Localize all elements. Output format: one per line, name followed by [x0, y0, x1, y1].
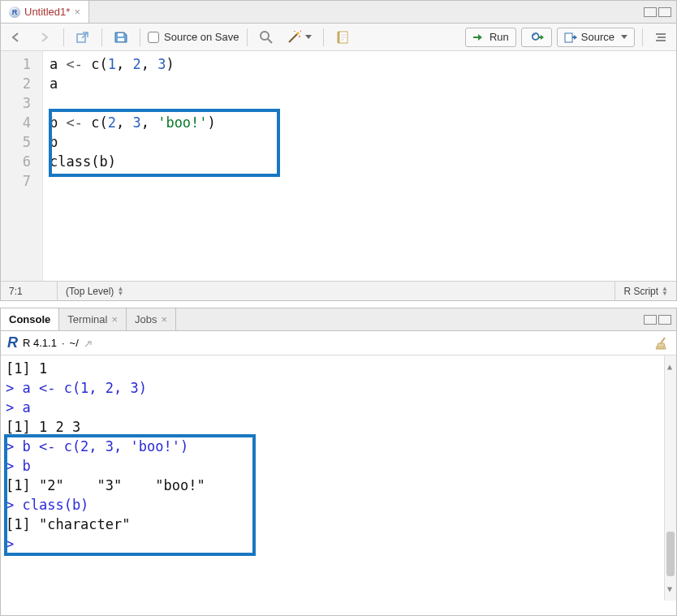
- working-dir: ~/: [70, 337, 79, 349]
- scroll-thumb[interactable]: [666, 532, 675, 576]
- rerun-icon: [528, 32, 545, 43]
- maximize-pane-button[interactable]: [658, 7, 671, 17]
- search-icon: [259, 30, 274, 45]
- code-content[interactable]: a <- c(1, 2, 3) a b <- c(2, 3, 'boo!') b…: [43, 51, 676, 281]
- compile-report-button[interactable]: [331, 28, 354, 47]
- window-controls: [644, 7, 676, 17]
- broom-icon: [655, 336, 670, 351]
- chevron-down-icon: [305, 35, 312, 39]
- svg-rect-6: [565, 33, 572, 42]
- scroll-down-icon[interactable]: ▼: [667, 579, 672, 599]
- save-button[interactable]: [110, 28, 132, 47]
- chevron-down-icon: [621, 35, 627, 39]
- svg-rect-2: [118, 33, 123, 37]
- rerun-button[interactable]: [521, 28, 552, 47]
- popout-icon[interactable]: [84, 338, 95, 348]
- find-button[interactable]: [255, 28, 278, 47]
- run-label: Run: [489, 31, 509, 43]
- r-file-icon: R: [9, 6, 20, 18]
- scrollbar[interactable]: ▲ ▼: [664, 355, 676, 601]
- editor-statusbar: 7:1 (Top Level) ▲▼ R Script ▲▼: [1, 281, 676, 300]
- svg-rect-1: [118, 38, 124, 41]
- run-icon: [472, 32, 485, 42]
- header-sep: ·: [62, 337, 65, 349]
- source-on-save-label: Source on Save: [164, 31, 239, 43]
- tab-console[interactable]: Console: [1, 308, 59, 330]
- nav-back-button[interactable]: [6, 28, 28, 47]
- show-in-new-window-button[interactable]: [71, 28, 94, 47]
- window-controls: [644, 315, 676, 325]
- scroll-up-icon[interactable]: ▲: [667, 357, 672, 377]
- source-label: Source: [581, 31, 614, 43]
- outline-button[interactable]: [650, 28, 671, 47]
- notebook-icon: [335, 30, 350, 45]
- outline-icon: [654, 32, 667, 43]
- editor-tabbar: R Untitled1* ×: [1, 1, 676, 24]
- tab-terminal[interactable]: Terminal ×: [59, 308, 127, 330]
- console-panel: Console Terminal × Jobs × R R 4.1.1 · ~/…: [0, 308, 677, 616]
- svg-point-4: [296, 32, 299, 34]
- console-output[interactable]: [1] 1 > a <- c(1, 2, 3) > a [1] 1 2 3 > …: [1, 355, 676, 615]
- cursor-position: 7:1: [1, 282, 58, 300]
- svg-point-3: [261, 32, 269, 40]
- source-icon: [564, 32, 577, 43]
- scope-selector[interactable]: (Top Level) ▲▼: [58, 282, 615, 300]
- minimize-pane-button[interactable]: [644, 315, 657, 325]
- close-icon[interactable]: ×: [111, 313, 118, 325]
- editor-tab-title: Untitled1*: [24, 6, 70, 18]
- r-logo-icon: R: [7, 334, 18, 351]
- r-version: R 4.1.1: [23, 337, 57, 349]
- minimize-pane-button[interactable]: [644, 7, 657, 17]
- close-icon[interactable]: ×: [161, 313, 167, 325]
- clear-console-button[interactable]: [655, 336, 670, 351]
- editor-panel: R Untitled1* × Source on Save: [0, 0, 677, 301]
- save-icon: [114, 31, 128, 44]
- file-type-selector[interactable]: R Script ▲▼: [615, 282, 676, 300]
- console-header: R R 4.1.1 · ~/: [1, 331, 676, 355]
- nav-forward-button[interactable]: [33, 28, 56, 47]
- arrow-left-icon: [10, 32, 24, 43]
- code-tools-button[interactable]: [282, 28, 316, 47]
- editor-area[interactable]: 1 2 3 4 5 6 7 a <- c(1, 2, 3) a b <- c(2…: [1, 51, 676, 281]
- tab-jobs[interactable]: Jobs ×: [127, 308, 176, 330]
- line-gutter: 1 2 3 4 5 6 7: [1, 51, 43, 281]
- source-button[interactable]: Source: [557, 28, 635, 47]
- popout-icon: [75, 31, 90, 44]
- console-tabbar: Console Terminal × Jobs ×: [1, 308, 676, 331]
- editor-tab-untitled[interactable]: R Untitled1* ×: [1, 1, 89, 23]
- maximize-pane-button[interactable]: [658, 315, 671, 325]
- wand-icon: [287, 30, 301, 45]
- arrow-right-icon: [37, 32, 52, 43]
- run-button[interactable]: Run: [465, 28, 516, 47]
- editor-toolbar: Source on Save Run Source: [1, 24, 676, 51]
- close-icon[interactable]: ×: [74, 6, 80, 18]
- source-on-save-checkbox[interactable]: [148, 32, 159, 43]
